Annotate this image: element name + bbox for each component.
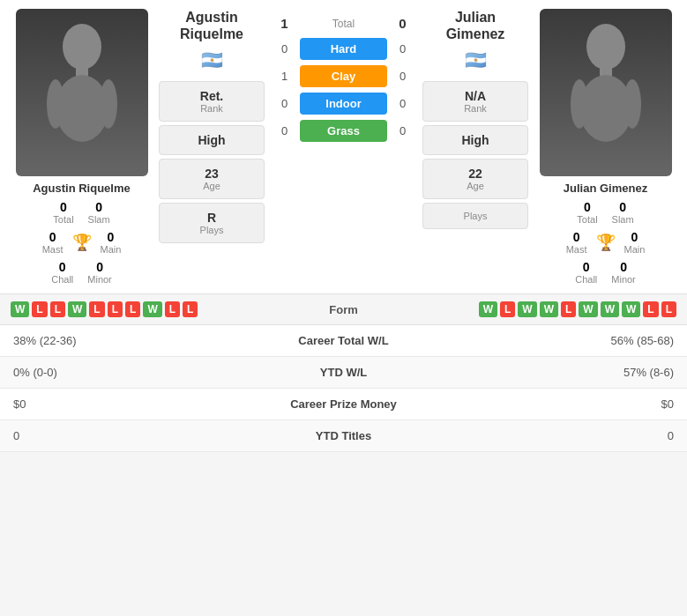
career-total-row: 38% (22-36) Career Total W/L 56% (85-68)	[0, 325, 687, 357]
form-badge: W	[622, 301, 640, 317]
player1-stats-top: 0 Total 0 Slam	[53, 200, 109, 225]
form-badge: W	[601, 301, 619, 317]
player1-center-name: AgustinRiquelme	[159, 9, 265, 42]
comparison-section: Agustin Riquelme 0 Total 0 Slam 0 Mast 🏆	[0, 0, 687, 293]
player1-form: WLLWLLLWLL	[11, 301, 287, 317]
player1-stats-mid: 0 Mast 🏆 0 Main	[42, 230, 122, 255]
form-badge: L	[661, 301, 676, 317]
prize-row: $0 Career Prize Money $0	[0, 389, 687, 420]
main-container: Agustin Riquelme 0 Total 0 Slam 0 Mast 🏆	[0, 0, 687, 452]
form-badge: L	[183, 301, 198, 317]
form-badge: W	[518, 301, 536, 317]
form-badge: W	[143, 301, 161, 317]
form-badge: L	[165, 301, 180, 317]
total-row: 1 Total 0	[269, 9, 418, 31]
center-court-section: 1 Total 0 0 Hard 0 1 Clay 0 0 Indoor 0	[269, 9, 418, 285]
p1-prize: $0	[0, 389, 241, 420]
svg-point-8	[571, 79, 588, 129]
player2-age-box: 22 Age	[422, 159, 528, 199]
svg-point-3	[47, 79, 64, 129]
player1-name: Agustin Riquelme	[33, 182, 131, 195]
ytd-wl-row: 0% (0-0) YTD W/L 57% (8-6)	[0, 357, 687, 389]
player1-high-box: High	[159, 125, 265, 155]
player1-card: Agustin Riquelme 0 Total 0 Slam 0 Mast 🏆	[9, 9, 154, 285]
player1-stats-bot: 0 Chall 0 Minor	[51, 260, 112, 285]
p1-ytd-wl: 0% (0-0)	[0, 357, 241, 389]
player1-slam-stat: 0 Slam	[88, 200, 110, 225]
player1-minor-stat: 0 Minor	[87, 260, 112, 285]
svg-point-0	[63, 24, 101, 70]
form-badge: L	[89, 301, 104, 317]
form-label: Form	[287, 303, 401, 316]
form-section: WLLWLLLWLL Form WLWWLWWWLL	[0, 293, 687, 325]
prize-label: Career Prize Money	[241, 389, 447, 420]
clay-row: 1 Clay 0	[269, 65, 418, 87]
player2-slam-stat: 0 Slam	[612, 200, 634, 225]
player2-silhouette	[562, 16, 650, 170]
player1-flag: 🇦🇷	[159, 49, 265, 71]
p2-prize: $0	[446, 389, 687, 420]
player1-avatar	[16, 9, 148, 176]
titles-label: YTD Titles	[241, 420, 447, 452]
svg-point-9	[624, 79, 641, 129]
player2-flag: 🇦🇷	[422, 49, 528, 71]
svg-point-4	[100, 79, 117, 129]
player1-silhouette	[38, 16, 126, 170]
clay-badge: Clay	[300, 65, 387, 87]
player2-avatar	[540, 9, 672, 176]
form-badge: L	[561, 301, 576, 317]
career-total-label: Career Total W/L	[241, 325, 447, 357]
player1-plays-box: R Plays	[159, 203, 265, 243]
indoor-row: 0 Indoor 0	[269, 93, 418, 115]
player1-mast-stat: 0 Mast	[42, 230, 63, 255]
p1-career-total: 38% (22-36)	[0, 325, 241, 357]
p2-career-total: 56% (85-68)	[446, 325, 687, 357]
hard-badge: Hard	[300, 38, 387, 60]
ytd-wl-label: YTD W/L	[241, 357, 447, 389]
player2-stats-mid: 0 Mast 🏆 0 Main	[566, 230, 646, 255]
player1-age-box: 23 Age	[159, 159, 265, 199]
player2-trophy-icon: 🏆	[596, 233, 616, 252]
player2-high-box: High	[422, 125, 528, 155]
player2-plays-box: Plays	[422, 203, 528, 229]
player2-card: Julian Gimenez 0 Total 0 Slam 0 Mast 🏆	[533, 9, 678, 285]
player2-info-panel: JulianGimenez🇦🇷 N/A Rank High 22 Age Pla…	[422, 9, 528, 285]
hard-row: 0 Hard 0	[269, 38, 418, 60]
player2-form: WLWWLWWWLL	[401, 301, 677, 317]
p2-titles: 0	[446, 420, 687, 452]
player1-rank-box: Ret. Rank	[159, 81, 265, 122]
player2-name: Julian Gimenez	[564, 182, 647, 195]
form-badge: W	[11, 301, 29, 317]
player2-chall-stat: 0 Chall	[575, 260, 597, 285]
form-badge: W	[68, 301, 86, 317]
player1-trophy-icon: 🏆	[72, 233, 92, 252]
indoor-badge: Indoor	[300, 93, 387, 115]
form-badge: L	[50, 301, 65, 317]
player1-total-stat: 0 Total	[53, 200, 73, 225]
stats-table: 38% (22-36) Career Total W/L 56% (85-68)…	[0, 325, 687, 452]
form-badge: W	[579, 301, 597, 317]
svg-point-5	[586, 24, 625, 70]
form-badge: L	[125, 301, 140, 317]
player2-stats-top: 0 Total 0 Slam	[577, 200, 633, 225]
form-badge: W	[540, 301, 558, 317]
p2-ytd-wl: 57% (8-6)	[446, 357, 687, 389]
player2-mast-stat: 0 Mast	[566, 230, 587, 255]
player1-chall-stat: 0 Chall	[51, 260, 73, 285]
form-badge: L	[108, 301, 123, 317]
form-badge: L	[643, 301, 658, 317]
player2-rank-box: N/A Rank	[422, 81, 528, 122]
player1-main-stat: 0 Main	[101, 230, 122, 255]
player2-stats-bot: 0 Chall 0 Minor	[575, 260, 636, 285]
player1-info-panel: AgustinRiquelme🇦🇷 Ret. Rank High 23 Age …	[159, 9, 265, 285]
titles-row: 0 YTD Titles 0	[0, 420, 687, 452]
p1-titles: 0	[0, 420, 241, 452]
form-badge: W	[479, 301, 497, 317]
player2-total-stat: 0 Total	[577, 200, 597, 225]
player2-center-name: JulianGimenez	[422, 9, 528, 42]
grass-badge: Grass	[300, 120, 387, 142]
form-badge: L	[500, 301, 515, 317]
form-badge: L	[32, 301, 47, 317]
player2-main-stat: 0 Main	[624, 230, 646, 255]
grass-row: 0 Grass 0	[269, 120, 418, 142]
